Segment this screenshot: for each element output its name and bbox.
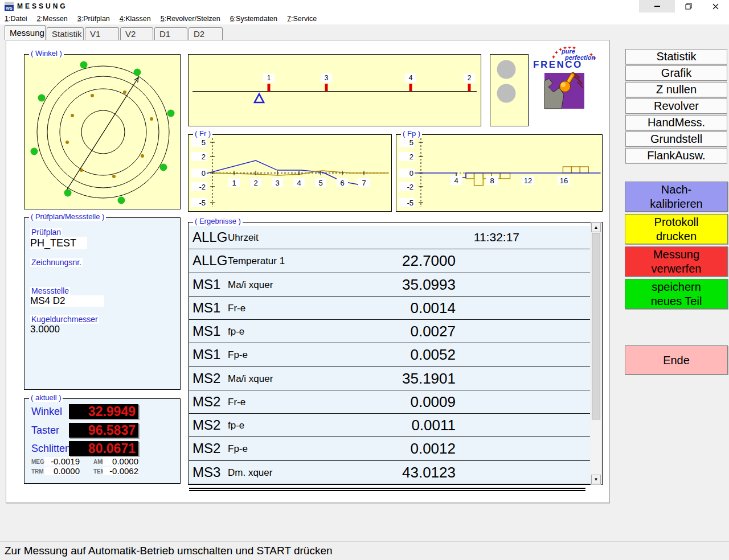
app-icon: WS	[5, 2, 14, 11]
tab-v1[interactable]: V1	[85, 27, 119, 40]
table-row: MS1Fp-e0.0052	[189, 343, 590, 367]
tab-d2[interactable]: D2	[189, 27, 223, 40]
menu-item-systemdaten[interactable]: 6:Systemdaten	[230, 15, 277, 23]
menu-bar: 1:Datei2:Messen3:Prüfplan4:Klassen5:Revo…	[0, 13, 729, 24]
axis-label-taster: Taster	[31, 425, 59, 437]
close-button[interactable]	[702, 0, 729, 13]
row-param: Uhrzeit	[228, 232, 259, 244]
corr-value-tem: -0.0062	[103, 467, 138, 475]
row-group: MS2	[193, 417, 220, 433]
row-group: MS3	[193, 464, 220, 480]
svg-text:5: 5	[202, 138, 206, 147]
close-icon	[712, 3, 719, 10]
scroll-up-button[interactable]: ▲	[591, 223, 601, 232]
restore-icon	[685, 3, 692, 10]
corr-label-meg: MEG	[31, 458, 44, 466]
axis-label-winkel: Winkel	[31, 406, 62, 418]
svg-text:-5: -5	[407, 199, 413, 207]
menu-item-datei[interactable]: 1:Datei	[5, 15, 27, 23]
row-group: MS1	[193, 347, 220, 363]
tab-statistik[interactable]: Statistik	[47, 27, 84, 40]
status-bar: Zur Messung auf Automatik-Betrieb umscha…	[0, 541, 729, 560]
button-grafik[interactable]: Grafik	[625, 65, 727, 81]
row-param: Dm. xquer	[228, 467, 272, 479]
button-speichern-neues-teil[interactable]: speichernneues Teil	[625, 279, 728, 309]
svg-text:2: 2	[409, 153, 413, 161]
row-value: 0.0011	[411, 417, 456, 434]
svg-text:4: 4	[409, 74, 413, 82]
row-value: 0.0027	[410, 323, 456, 340]
corr-value-trm: 0.0000	[44, 467, 80, 475]
table-row: ALLGUhrzeit11:32:17	[189, 226, 590, 249]
button-handmess[interactable]: HandMess.	[625, 115, 727, 130]
svg-text:7: 7	[362, 179, 366, 187]
tab-messung[interactable]: Messung	[5, 25, 46, 40]
row-group: MS2	[193, 370, 220, 386]
row-group: ALLG	[193, 229, 227, 245]
pruefplan-panel: ( Prüfplan/Messstelle ) PrüfplanPH_TESTZ…	[24, 217, 181, 390]
results-scrollbar[interactable]: ▲ ▼	[591, 222, 601, 485]
pruefplan-panel-title: ( Prüfplan/Messstelle )	[29, 213, 106, 221]
button-grundstell[interactable]: Grundstell	[625, 131, 727, 147]
led-display-taster: 96.5837	[69, 423, 138, 438]
frenco-logo: pureperfectionFRENCO	[530, 47, 601, 110]
row-value: 0.0012	[410, 440, 456, 458]
row-param: fp-e	[228, 326, 244, 337]
fp-panel-title: ( Fp )	[401, 130, 422, 138]
button-revolver[interactable]: Revolver	[625, 98, 727, 114]
menu-item-revolver-stelzen[interactable]: 5:Revolver/Stelzen	[161, 15, 220, 23]
minimize-icon	[654, 6, 660, 7]
messstelle-field[interactable]: MS4 D2	[30, 295, 104, 307]
corr-label-trm: TRM	[31, 468, 44, 476]
row-param: Ma/i xquer	[228, 373, 273, 385]
row-value: 0.0052	[410, 346, 456, 364]
svg-text:-5: -5	[199, 199, 206, 207]
restore-button[interactable]	[675, 0, 702, 13]
button-ende[interactable]: Ende	[625, 345, 728, 374]
scroll-down-button[interactable]: ▼	[591, 475, 601, 484]
status-message: Zur Messung auf Automatik-Betrieb umscha…	[5, 545, 333, 557]
svg-text:6: 6	[340, 179, 344, 187]
minimize-button[interactable]	[639, 0, 675, 13]
row-group: ALLG	[193, 253, 227, 269]
svg-text:3: 3	[325, 74, 329, 82]
row-param: Temperatur 1	[228, 256, 285, 267]
led-display-winkel: 32.9949	[69, 404, 138, 419]
menu-item-messen[interactable]: 2:Messen	[37, 15, 68, 23]
menu-item-pr-fplan[interactable]: 3:Prüfplan	[77, 15, 110, 23]
field-label-zeichnungsnr: Zeichnungsnr.	[30, 258, 83, 267]
field-label-kugeldurchmesser: Kugeldurchmesser	[30, 315, 99, 324]
table-row: MS1Fr-e0.0014	[189, 297, 590, 320]
row-param: Fr-e	[228, 303, 245, 314]
row-value: 11:32:17	[474, 230, 519, 244]
winkel-panel-title: ( Winkel )	[29, 50, 64, 57]
table-row: ALLGTemperatur 122.7000	[189, 249, 590, 273]
button-statistik[interactable]: Statistik	[625, 49, 727, 64]
tab-strip: MessungStatistikV1V2D1D2	[5, 25, 224, 40]
table-row: MS2Fp-e0.0012	[189, 437, 590, 460]
fp-chart: 520-2-5481216	[396, 135, 602, 211]
menu-item-klassen[interactable]: 4:Klassen	[120, 15, 151, 23]
button-messung-verwerfen[interactable]: Messungverwerfen	[625, 246, 728, 277]
scrollbar-thumb[interactable]	[592, 233, 600, 419]
button-flankausw[interactable]: FlankAusw.	[625, 148, 727, 163]
svg-text:2: 2	[468, 74, 472, 82]
winkel-polar-chart	[24, 55, 180, 209]
svg-text:5: 5	[409, 138, 413, 147]
button-z-nullen[interactable]: Z nullen	[625, 82, 727, 97]
row-group: MS1	[193, 277, 220, 293]
aktuell-panel-title: ( aktuell )	[29, 394, 63, 402]
button-protokoll-drucken[interactable]: Protokolldrucken	[625, 214, 728, 244]
row-value: 43.0123	[402, 464, 456, 481]
tab-d1[interactable]: D1	[154, 27, 187, 40]
field-value-kugeldurchmesser: 3.0000	[30, 324, 60, 335]
table-row: MS1fp-e0.0027	[189, 320, 590, 343]
svg-text:3: 3	[275, 179, 279, 187]
menu-item-service[interactable]: 7:Service	[287, 15, 317, 23]
row-param: Ma/i xquer	[228, 279, 273, 291]
tab-v2[interactable]: V2	[120, 27, 153, 40]
frenco-logo-image: pureperfectionFRENCO	[530, 47, 601, 110]
title-bar: WS MESSUNG	[0, 0, 729, 13]
button-nach-kalibrieren[interactable]: Nach-kalibrieren	[625, 182, 728, 212]
svg-text:8: 8	[490, 176, 494, 185]
